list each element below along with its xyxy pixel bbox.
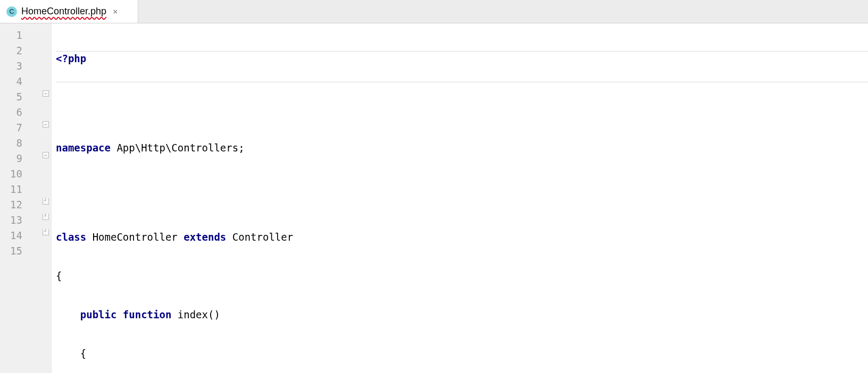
code-line — [56, 179, 868, 194]
code-line: class HomeController extends Controller — [56, 230, 868, 245]
close-icon[interactable]: × — [113, 6, 118, 16]
fold-end-icon[interactable]: ┘ — [43, 214, 49, 220]
keyword: class — [56, 231, 86, 243]
line-number: 1 — [0, 28, 48, 43]
code-area[interactable]: <?php namespace App\Http\Controllers; cl… — [52, 23, 868, 373]
brace: { — [80, 347, 86, 359]
editor[interactable]: 1 2 3 4 5 6 7 8 9 10 11 12 13 14 15 − − … — [0, 23, 868, 373]
tab-filename: HomeController.php — [21, 6, 106, 17]
function-name: index() — [171, 309, 220, 320]
fold-toggle-icon[interactable]: − — [43, 121, 49, 128]
tab-bar: C HomeController.php × — [0, 0, 868, 23]
line-number: 11 — [0, 182, 48, 197]
keyword: extends — [183, 231, 226, 243]
section-divider — [56, 82, 868, 82]
fold-end-icon[interactable]: ┘ — [43, 198, 49, 205]
line-number: 10 — [0, 166, 48, 182]
namespace-path: App\Http\Controllers; — [111, 142, 245, 154]
php-open-tag: <?php — [56, 53, 86, 64]
line-number: 15 — [0, 243, 48, 259]
code-line: <?php — [56, 51, 868, 66]
keyword: public — [80, 309, 117, 320]
line-number: 12 — [0, 197, 48, 213]
code-line: { — [56, 346, 868, 361]
fold-toggle-icon[interactable]: − — [43, 152, 49, 158]
keyword: function — [116, 309, 171, 320]
keyword: namespace — [56, 142, 111, 154]
class-name: HomeController — [86, 231, 183, 243]
line-number: 9 — [0, 151, 48, 166]
parent-class: Controller — [226, 231, 293, 243]
line-number: 14 — [0, 228, 48, 243]
fold-end-icon[interactable]: ┘ — [43, 229, 49, 235]
line-number: 3 — [0, 58, 48, 74]
line-number: 4 — [0, 74, 48, 89]
line-number: 5 — [0, 89, 48, 105]
section-divider — [56, 51, 868, 52]
code-line — [56, 90, 868, 105]
class-icon: C — [6, 6, 17, 17]
fold-toggle-icon[interactable]: − — [43, 90, 49, 97]
brace: { — [56, 270, 62, 282]
line-number: 6 — [0, 105, 48, 120]
line-number: 2 — [0, 43, 48, 58]
gutter: 1 2 3 4 5 6 7 8 9 10 11 12 13 14 15 − − … — [0, 23, 52, 373]
line-number: 8 — [0, 135, 48, 151]
line-number: 7 — [0, 120, 48, 135]
code-line: public function index() — [56, 307, 868, 323]
file-tab[interactable]: C HomeController.php × — [0, 0, 138, 23]
line-number: 13 — [0, 213, 48, 228]
code-line: { — [56, 268, 868, 284]
code-line: namespace App\Http\Controllers; — [56, 140, 868, 156]
